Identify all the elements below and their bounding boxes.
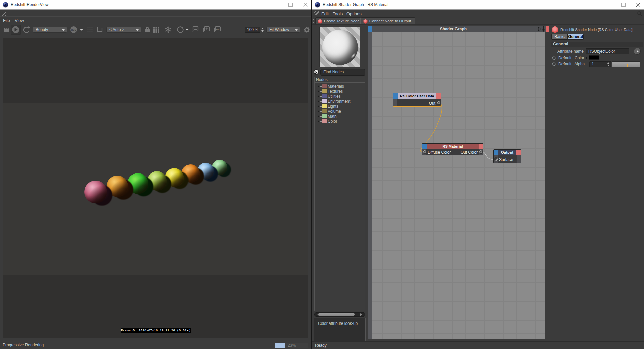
svg-text:RGB: RGB <box>71 29 76 31</box>
svg-text:PV: PV <box>216 28 220 31</box>
